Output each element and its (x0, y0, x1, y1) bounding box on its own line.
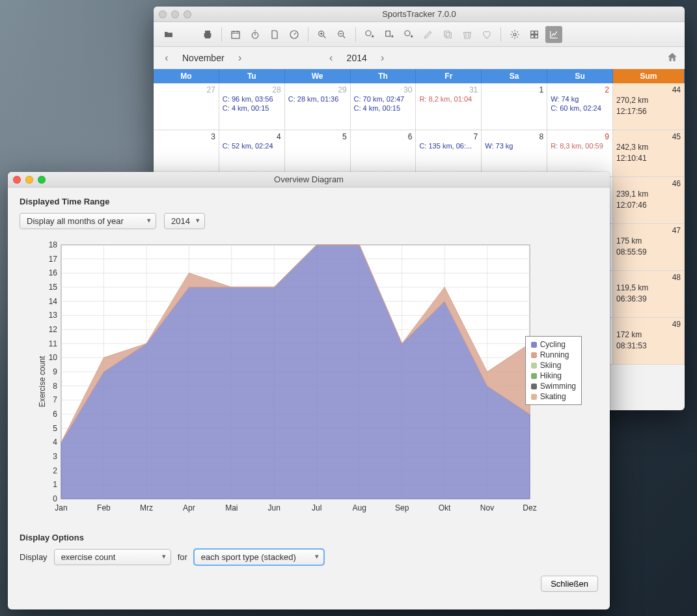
svg-text:Sep: Sep (395, 503, 409, 512)
svg-text:18: 18 (49, 240, 58, 249)
traffic-lights[interactable] (13, 176, 46, 184)
svg-text:0: 0 (53, 494, 57, 503)
week-summary[interactable]: 49172 km08:31:53 (613, 318, 685, 365)
close-button[interactable]: Schließen (541, 576, 598, 592)
svg-text:13: 13 (49, 311, 58, 320)
week-summary[interactable]: 46239,1 km12:07:46 (613, 177, 685, 224)
svg-text:11: 11 (49, 339, 58, 348)
time-range-select[interactable]: Display all months of year (20, 213, 156, 229)
add-note-icon[interactable] (381, 26, 398, 43)
svg-text:7: 7 (53, 395, 57, 404)
week-summary[interactable]: 44270,2 km12:17:56 (613, 83, 685, 130)
next-year-button[interactable]: › (376, 52, 389, 64)
svg-text:3: 3 (53, 452, 57, 461)
week-summary[interactable]: 45242,3 km12:10:41 (613, 130, 685, 177)
heart-icon[interactable] (478, 26, 495, 43)
day-header: Mo (154, 69, 219, 83)
svg-text:9: 9 (53, 367, 57, 376)
calendar-cell[interactable]: 4C: 52 km, 02:24 (219, 130, 285, 177)
calendar-cell[interactable]: 8W: 73 kg (482, 130, 547, 177)
svg-text:15: 15 (49, 283, 58, 292)
svg-point-5 (366, 31, 371, 36)
svg-text:12: 12 (49, 325, 58, 334)
svg-text:Mrz: Mrz (140, 503, 153, 512)
settings-icon[interactable] (506, 26, 523, 43)
calendar-cell[interactable]: 31R: 8,2 km, 01:04 (416, 83, 482, 130)
svg-rect-13 (531, 35, 534, 38)
calendar-icon[interactable] (227, 26, 244, 43)
date-nav: ‹ November › ‹ 2014 › (154, 47, 685, 69)
add-weight-icon[interactable] (400, 26, 417, 43)
svg-text:16: 16 (49, 268, 58, 277)
week-summary[interactable]: 47175 km08:55:59 (613, 224, 685, 271)
day-header: We (285, 69, 351, 83)
svg-text:Jul: Jul (312, 503, 321, 512)
svg-text:8: 8 (53, 382, 57, 391)
y-axis-label: Exercise count (38, 356, 47, 408)
calendar-cell[interactable]: 2W: 74 kgC: 60 km, 02:24 (547, 83, 613, 130)
save-icon[interactable] (180, 26, 197, 43)
calendar-cell[interactable]: 7C: 135 km, 06:... (416, 130, 482, 177)
legend-item: Hiking (531, 371, 576, 381)
legend-item: Skating (531, 391, 576, 402)
for-label: for (178, 552, 187, 562)
overview-chart: Exercise count 0123456789101112131415161… (16, 238, 582, 525)
stopwatch-icon[interactable] (247, 26, 264, 43)
grid-icon[interactable] (526, 26, 543, 43)
day-header: Sa (482, 69, 547, 83)
svg-rect-11 (531, 31, 534, 34)
svg-text:Nov: Nov (480, 503, 494, 512)
zoom-out-icon[interactable] (333, 26, 350, 43)
toolbar (154, 22, 685, 47)
svg-point-10 (513, 33, 516, 36)
display-label: Display (20, 552, 48, 562)
week-summary[interactable]: 48119,5 km06:36:39 (613, 271, 685, 318)
metric-select[interactable]: exercise count (54, 549, 171, 565)
prev-year-button[interactable]: ‹ (325, 52, 338, 64)
calendar-cell[interactable]: 5 (285, 130, 351, 177)
svg-rect-9 (444, 31, 450, 36)
svg-text:Okt: Okt (439, 503, 451, 512)
svg-text:Mai: Mai (225, 503, 238, 512)
zoom-in-icon[interactable] (314, 26, 331, 43)
add-exercise-icon[interactable] (361, 26, 378, 43)
grouping-select[interactable]: each sport type (stacked) (194, 549, 324, 565)
calendar-cell[interactable]: 3 (154, 130, 219, 177)
calendar-cell[interactable]: 9R: 8,3 km, 00:59 (547, 130, 613, 177)
note-icon[interactable] (266, 26, 283, 43)
svg-text:Jun: Jun (268, 503, 280, 512)
calendar-cell[interactable]: 29C: 28 km, 01:36 (285, 83, 351, 130)
svg-text:14: 14 (49, 297, 58, 306)
edit-icon[interactable] (420, 26, 437, 43)
prev-month-button[interactable]: ‹ (160, 52, 173, 64)
open-icon[interactable] (160, 26, 177, 43)
year-label: 2014 (347, 53, 367, 63)
next-month-button[interactable]: › (234, 52, 247, 64)
copy-icon[interactable] (439, 26, 456, 43)
calendar-cell[interactable]: 28C: 96 km, 03:56C: 4 km, 00:15 (219, 83, 285, 130)
overview-titlebar[interactable]: Overview Diagram (8, 172, 610, 188)
print-icon[interactable] (199, 26, 216, 43)
chart-icon[interactable] (545, 26, 562, 43)
display-options-label: Display Options (20, 533, 598, 542)
calendar-cell[interactable]: 27 (154, 83, 219, 130)
calendar-cell[interactable]: 1 (482, 83, 547, 130)
day-header: Tu (219, 69, 285, 83)
weight-icon[interactable] (286, 26, 303, 43)
svg-text:Dez: Dez (523, 503, 536, 512)
delete-icon[interactable] (459, 26, 476, 43)
svg-rect-14 (535, 35, 538, 38)
calendar-cell[interactable]: 6 (351, 130, 417, 177)
calendar-cell[interactable]: 30C: 70 km, 02:47C: 4 km, 00:15 (351, 83, 417, 130)
svg-text:17: 17 (49, 255, 58, 264)
window-title: SportsTracker 7.0.0 (154, 9, 685, 19)
traffic-lights[interactable] (159, 10, 191, 18)
svg-text:6: 6 (53, 410, 57, 419)
month-label: November (182, 53, 225, 63)
svg-rect-8 (446, 33, 451, 38)
home-icon[interactable] (666, 51, 678, 65)
year-select[interactable]: 2014 (164, 213, 205, 229)
main-titlebar[interactable]: SportsTracker 7.0.0 (154, 7, 685, 22)
svg-text:Jan: Jan (55, 503, 67, 512)
svg-text:5: 5 (53, 424, 57, 433)
